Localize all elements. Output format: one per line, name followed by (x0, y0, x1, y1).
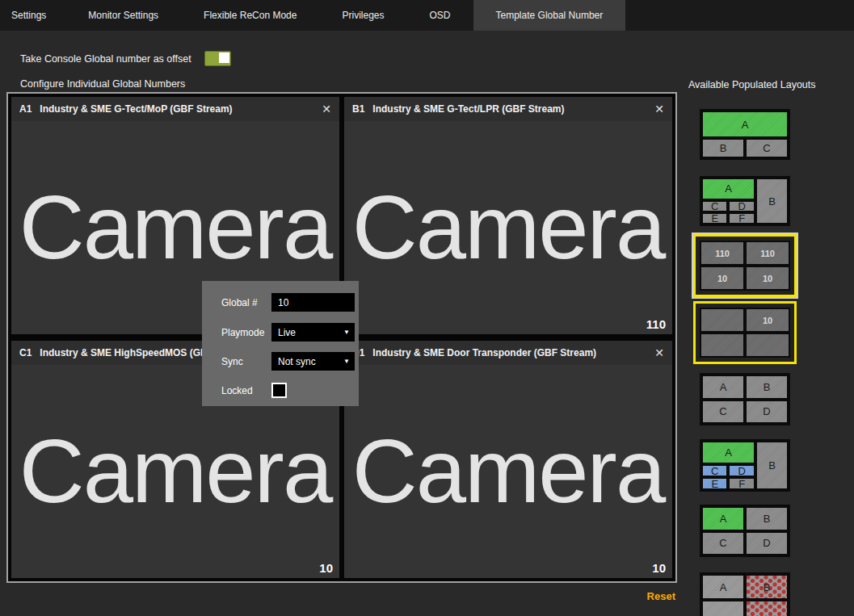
offset-toggle-label: Take Console Global number as offset (20, 53, 191, 65)
layout-cell (745, 600, 789, 616)
layout-thumb-layout-3[interactable]: 1101101010 (693, 234, 797, 297)
layout-cell: A (701, 574, 745, 600)
layout-thumb-layout-8[interactable]: AB (700, 572, 790, 616)
offset-toggle-switch[interactable] (204, 51, 231, 66)
layout-thumb-inner: ABCDEF (701, 178, 789, 224)
tab-privileges[interactable]: Privileges (319, 0, 406, 31)
layout-cell: B (745, 574, 789, 600)
layout-cell: C (701, 464, 728, 477)
tab-flexible-recon-mode[interactable]: Flexible ReCon Mode (181, 0, 319, 31)
layout-thumb-inner: ABCD (701, 506, 789, 555)
layout-thumb-layout-7[interactable]: ABCD (700, 505, 790, 557)
playmode-dropdown[interactable]: Live ▼ (271, 323, 355, 342)
layout-cell: D (745, 400, 789, 425)
layout-cell: C (701, 200, 728, 212)
camera-panel-d1: D1 Industry & SME Door Transponder (GBF … (344, 341, 672, 578)
layout-cell: F (728, 477, 755, 490)
panel-id: A1 (19, 103, 32, 115)
global-number-badge: 10 (319, 561, 333, 575)
sidebar-title: Available Populated Layouts (688, 79, 816, 90)
playmode-label: Playmode (221, 327, 264, 338)
global-number-row: Global # 10 (202, 293, 359, 312)
camera-watermark: Camera (19, 426, 331, 517)
panel-header: D1 Industry & SME Door Transponder (GBF … (344, 341, 672, 365)
tab-template-global-number[interactable]: Template Global Number (473, 0, 626, 31)
layout-thumb-layout-6[interactable]: ABCDEF (700, 439, 790, 492)
playmode-row: Playmode Live ▼ (202, 323, 359, 342)
sync-row: Sync Not sync ▼ (202, 352, 359, 371)
camera-watermark: Camera (352, 182, 664, 273)
layout-cell: D (745, 531, 789, 556)
layout-cell (700, 333, 745, 358)
panel-id: B1 (352, 103, 364, 115)
layout-cell: 10 (745, 308, 790, 333)
layout-cell: F (728, 212, 755, 224)
layout-cell: C (745, 138, 789, 158)
layout-thumb-inner: 1101101010 (700, 241, 790, 291)
tab-monitor-settings[interactable]: Monitor Settings (65, 0, 181, 31)
layout-cell: C (701, 531, 745, 556)
playmode-value: Live (278, 327, 296, 338)
panel-title: Industry & SME Door Transponder (GBF Str… (372, 347, 648, 358)
layout-thumb-inner: ABCD (701, 375, 789, 424)
sync-label: Sync (221, 356, 243, 367)
chevron-down-icon: ▼ (343, 358, 350, 365)
layout-cell: 110 (700, 241, 745, 266)
layout-cell: A (701, 441, 755, 464)
close-icon[interactable]: ✕ (654, 347, 664, 358)
layout-thumb-inner: ABCDEF (701, 441, 789, 490)
camera-panel-b1: B1 Industry & SME G-Tect/LPR (GBF Stream… (344, 97, 672, 334)
panel-body[interactable]: Camera 110 (344, 121, 672, 334)
sync-dropdown[interactable]: Not sync ▼ (271, 352, 355, 371)
tab-bar: Settings Monitor Settings Flexible ReCon… (0, 0, 854, 31)
tab-osd[interactable]: OSD (407, 0, 473, 31)
reset-link[interactable]: Reset (647, 590, 675, 602)
layout-cell: D (728, 200, 755, 212)
panel-header: A1 Industry & SME G-Tect/MoP (GBF Stream… (11, 97, 339, 121)
close-icon[interactable]: ✕ (654, 103, 664, 115)
close-icon[interactable]: ✕ (322, 103, 331, 115)
camera-watermark: Camera (19, 182, 331, 273)
offset-toggle-row: Take Console Global number as offset (20, 51, 231, 66)
panel-id: C1 (19, 347, 32, 358)
layout-cell: B (755, 178, 789, 224)
layout-thumb-layout-1[interactable]: ABC (700, 109, 790, 160)
layout-cell: B (755, 441, 789, 490)
layout-cell: B (745, 506, 789, 531)
locked-checkbox[interactable] (271, 383, 287, 398)
locked-row: Locked (202, 381, 359, 400)
global-number-badge: 110 (646, 317, 666, 331)
layout-cell: 110 (745, 241, 790, 266)
layout-cell: 10 (745, 266, 790, 291)
layout-thumb-layout-2[interactable]: ABCDEF (700, 176, 790, 226)
chevron-down-icon: ▼ (343, 329, 350, 336)
layout-cell: A (701, 111, 789, 138)
panel-body[interactable]: Camera 10 (344, 365, 672, 578)
panel-title: Industry & SME G-Tect/MoP (GBF Stream) (40, 103, 315, 115)
layout-cell: A (701, 178, 755, 200)
layout-thumb-inner: AB (701, 574, 789, 616)
layout-thumb-layout-4[interactable]: 10 (693, 301, 797, 364)
panel-header: B1 Industry & SME G-Tect/LPR (GBF Stream… (344, 97, 672, 121)
camera-watermark: Camera (352, 426, 664, 517)
global-number-badge: 10 (652, 561, 666, 575)
layout-thumb-inner: ABC (701, 111, 789, 158)
toggle-knob (219, 52, 229, 63)
layout-thumb-layout-5[interactable]: ABCD (700, 373, 790, 425)
layout-cell: C (701, 400, 745, 425)
layout-cell: B (745, 375, 789, 400)
layout-cell: A (701, 506, 745, 531)
section-label: Configure Individual Global Numbers (20, 78, 185, 90)
layout-cell: 10 (700, 266, 745, 291)
layout-thumb-inner: 10 (700, 308, 790, 358)
panel-title: Industry & SME G-Tect/LPR (GBF Stream) (372, 103, 648, 115)
layout-cell: E (701, 477, 728, 490)
layout-cell: D (728, 464, 755, 477)
layout-cell: E (701, 212, 728, 224)
sync-value: Not sync (278, 356, 316, 367)
layout-cell (701, 600, 745, 616)
global-number-input[interactable]: 10 (271, 293, 355, 312)
global-number-popup: Global # 10 Playmode Live ▼ Sync Not syn… (202, 281, 359, 406)
layout-cell (745, 333, 790, 358)
tab-settings[interactable]: Settings (0, 0, 65, 31)
